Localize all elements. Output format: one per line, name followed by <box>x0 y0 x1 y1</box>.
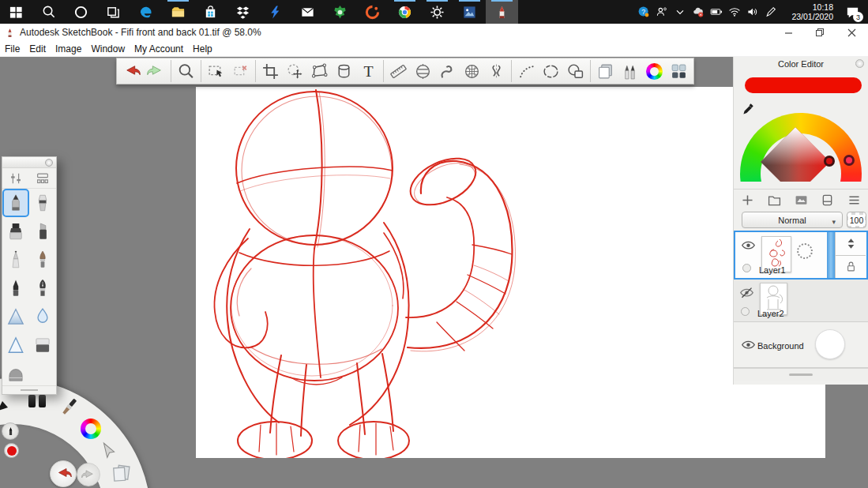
taskbar-icon-lightning-app[interactable] <box>259 0 291 24</box>
brush-ink-pen[interactable] <box>2 274 29 302</box>
lagoon-color-wheel-icon[interactable] <box>81 419 101 439</box>
restore-button[interactable] <box>804 24 836 41</box>
folder-icon[interactable] <box>767 193 782 208</box>
color-puck[interactable] <box>4 443 19 458</box>
brush-chisel-marker[interactable] <box>29 217 56 246</box>
taskbar-icon-cortana[interactable] <box>65 0 97 24</box>
toolbar-crop-button[interactable] <box>258 59 283 83</box>
brush-palette-resize-handle[interactable] <box>2 385 56 394</box>
taskbar-icon-sketchbook[interactable] <box>486 0 518 24</box>
toolbar-text-button[interactable]: T <box>356 59 381 83</box>
toolbar-transform-button[interactable] <box>283 59 307 83</box>
brush-airbrush[interactable] <box>29 189 56 217</box>
taskbar-icon-start[interactable] <box>0 0 32 24</box>
saturation-handle[interactable] <box>824 156 835 167</box>
toolbar-ellipse-guide-button[interactable] <box>411 59 435 83</box>
chevron-down-icon[interactable] <box>671 0 689 24</box>
brush-hard-eraser[interactable] <box>29 331 56 359</box>
toolbar-select-button[interactable] <box>204 59 228 83</box>
add-layer-icon[interactable] <box>740 193 755 208</box>
menu-file[interactable]: File <box>0 43 24 54</box>
minimize-button[interactable] <box>772 24 804 41</box>
toolbar-perspective-button[interactable] <box>460 59 484 83</box>
lagoon-paintbrush-icon[interactable] <box>58 396 80 418</box>
toolbar-redo-button[interactable] <box>144 59 168 83</box>
layer1-radio[interactable] <box>742 264 751 272</box>
lagoon-stylus-icon[interactable] <box>100 441 118 460</box>
taskbar-icon-dropbox[interactable] <box>227 0 259 24</box>
help-icon[interactable]: ? <box>634 0 652 24</box>
toolbar-zoom-button[interactable] <box>174 59 198 83</box>
pen-icon[interactable] <box>761 0 780 24</box>
toolbar-symmetry-button[interactable] <box>484 59 509 83</box>
volume-icon[interactable] <box>743 0 761 24</box>
lagoon-layers-icon[interactable] <box>109 462 133 486</box>
menu-window[interactable]: Window <box>86 43 130 54</box>
blend-mode-dropdown[interactable]: Normal ▾ <box>742 212 843 228</box>
battery-icon[interactable] <box>707 0 725 24</box>
toolbar-shapes-button[interactable] <box>563 59 588 83</box>
toolbar-toolbars-button[interactable] <box>667 59 691 83</box>
notification-center-icon[interactable]: 3 <box>836 0 868 24</box>
layer-card-icon[interactable] <box>820 193 835 208</box>
toolbar-ellipse-button[interactable] <box>539 59 563 83</box>
brush-sets-icon[interactable] <box>35 171 51 186</box>
taskbar-icon-store[interactable] <box>194 0 227 24</box>
taskbar-icon-task-view[interactable] <box>97 0 130 24</box>
brush-fountain-pen[interactable] <box>29 274 56 302</box>
brush-marker[interactable] <box>2 217 29 246</box>
layer-row-background[interactable]: Background <box>734 322 868 368</box>
eye-icon[interactable] <box>741 238 756 253</box>
brush-pencil[interactable] <box>2 189 29 217</box>
lagoon-redo-button[interactable] <box>77 463 100 486</box>
layer-menu-icon[interactable] <box>847 193 862 208</box>
taskbar-icon-chrome[interactable] <box>389 0 421 24</box>
taskbar-icon-mail[interactable] <box>291 0 324 24</box>
brush-settings-icon[interactable] <box>8 171 24 186</box>
taskbar-icon-photos[interactable] <box>453 0 486 24</box>
toolbar-deselect-button[interactable] <box>228 59 253 83</box>
taskbar-icon-green-app[interactable] <box>324 0 356 24</box>
brush-puck[interactable] <box>2 422 19 440</box>
brush-smudge[interactable] <box>2 302 29 331</box>
brush-palette-header[interactable] <box>2 157 56 168</box>
toolbar-distort-button[interactable] <box>307 59 332 83</box>
taskbar-icon-search[interactable] <box>32 0 65 24</box>
brush-smear[interactable] <box>2 331 29 359</box>
layer-row-layer1[interactable]: Layer1 <box>734 231 868 280</box>
color-editor-collapse-button[interactable] <box>855 59 864 68</box>
taskbar-icon-file-explorer[interactable] <box>162 0 194 24</box>
layer1-drag-strip[interactable] <box>827 232 835 278</box>
taskbar-icon-settings[interactable] <box>421 0 453 24</box>
lagoon-undo-button[interactable] <box>50 460 77 487</box>
current-color-swatch[interactable] <box>745 77 862 93</box>
toolbar-fill-button[interactable] <box>332 59 356 83</box>
wifi-icon[interactable] <box>725 0 743 24</box>
toolbar-undo-button[interactable] <box>119 59 144 83</box>
brush-paintbrush[interactable] <box>29 246 56 274</box>
toolbar-brush-library-button[interactable] <box>618 59 642 83</box>
brush-ballpoint-pen[interactable] <box>2 246 29 274</box>
brush-water-blend[interactable] <box>29 302 56 331</box>
hue-handle[interactable] <box>844 155 855 166</box>
toolbar-color-editor-button[interactable] <box>642 59 667 83</box>
image-icon[interactable] <box>794 193 809 208</box>
toolbar-layer-editor-button[interactable] <box>593 59 618 83</box>
background-color-swatch[interactable] <box>815 329 845 359</box>
toolbar-french-curve-button[interactable] <box>435 59 460 83</box>
layer-row-layer2[interactable]: Layer2 <box>734 280 868 322</box>
people-icon[interactable] <box>652 0 671 24</box>
layer-lock-icon[interactable] <box>836 255 866 279</box>
taskbar-icon-edge[interactable] <box>130 0 162 24</box>
sync-error-icon[interactable] <box>689 0 707 24</box>
menu-my-account[interactable]: My Account <box>130 43 188 54</box>
eye-icon[interactable] <box>741 338 756 353</box>
menu-image[interactable]: Image <box>51 43 86 54</box>
layer-reorder-icon[interactable] <box>836 232 866 255</box>
clock[interactable]: 10:18 23/01/2020 <box>780 0 836 24</box>
canvas[interactable] <box>196 87 825 458</box>
menu-help[interactable]: Help <box>188 43 217 54</box>
brush-soft-eraser[interactable] <box>2 359 29 388</box>
menu-edit[interactable]: Edit <box>24 43 51 54</box>
eyedropper-icon[interactable] <box>742 103 754 115</box>
